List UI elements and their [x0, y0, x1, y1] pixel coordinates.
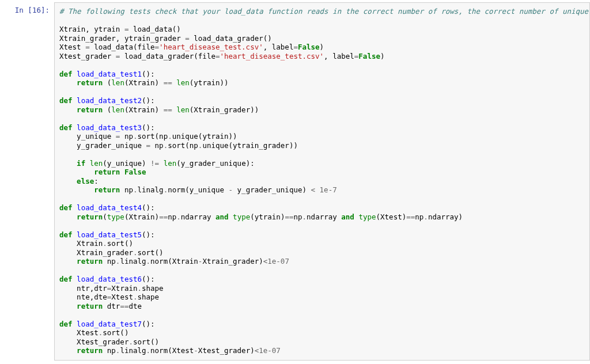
code-cell: In [16]: # The following tests check tha… — [0, 0, 590, 361]
input-prompt: In [16]: — [0, 2, 54, 14]
code-content[interactable]: # The following tests check that your lo… — [59, 7, 585, 355]
code-input-area[interactable]: # The following tests check that your lo… — [54, 2, 590, 361]
